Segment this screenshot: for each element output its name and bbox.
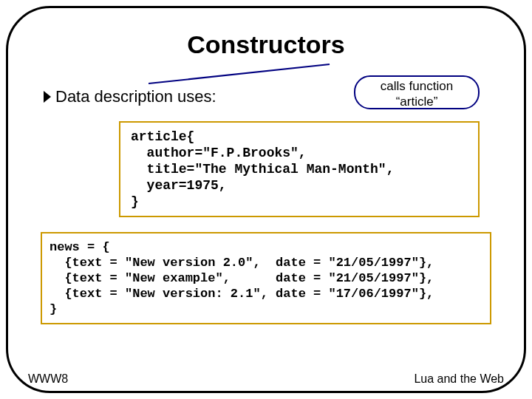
slide-title: Constructors <box>30 30 502 59</box>
code-block-article: article{ author="F.P.Brooks", title="The… <box>119 121 480 217</box>
bullet-arrow-icon <box>44 91 51 103</box>
callout-line1: calls function <box>355 78 478 94</box>
footer-left: WWW8 <box>28 372 68 386</box>
footer-right: Lua and the Web <box>414 372 504 386</box>
code-block-news: news = { {text = "New version 2.0", date… <box>41 232 491 324</box>
callout-bubble: calls function “article” <box>354 75 480 109</box>
bullet-line: Data description uses: <box>44 87 216 106</box>
bullet-text: Data description uses: <box>55 87 216 106</box>
slide-frame: Constructors Data description uses: call… <box>6 6 526 393</box>
callout-line2: “article” <box>355 94 478 109</box>
bullet-row: Data description uses: calls function “a… <box>30 75 502 117</box>
